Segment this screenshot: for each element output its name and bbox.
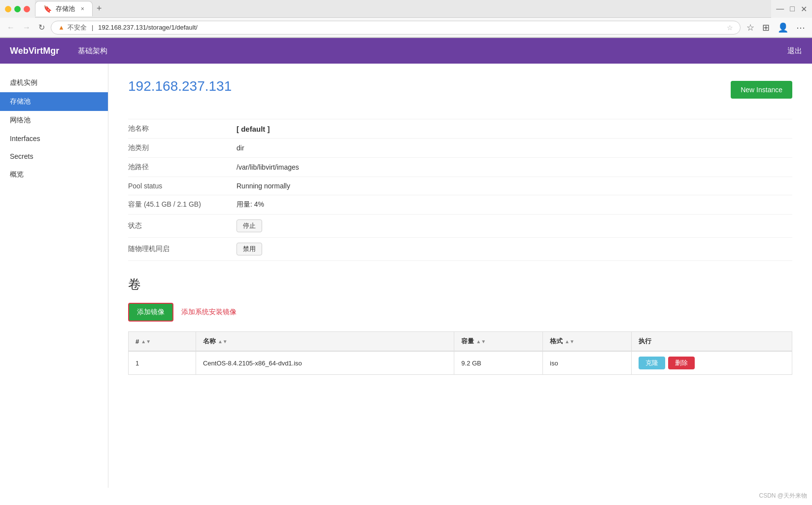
info-value-autostart: 禁用 [237,243,792,255]
info-row-pool-status: Pool status Running normally [128,177,792,195]
page-header: New Instance 192.168.237.131 [128,78,792,104]
sidebar-item-network-pool[interactable]: 网络池 [0,111,108,130]
tab-bar: 🔖 存储池 × + [35,0,771,18]
col-actions: 执行 [631,332,792,352]
info-row-capacity: 容量 (45.1 GB / 2.1 GB) 用量: 4% [128,195,792,215]
table-row: 1 CentOS-8.4.2105-x86_64-dvd1.iso 9.2 GB… [129,351,792,375]
cell-name: CentOS-8.4.2105-x86_64-dvd1.iso [196,351,454,375]
profile-icon[interactable]: 👤 [776,20,790,35]
stop-button[interactable]: 停止 [237,219,262,232]
nav-infrastructure[interactable]: 基础架构 [74,44,111,58]
tab-favicon: 🔖 [43,5,52,13]
info-label-pool-name: 池名称 [128,124,237,133]
cell-actions: 克隆 删除 [631,351,792,375]
info-value-pool-name: [ default ] [237,125,792,133]
maximize-button[interactable] [14,6,21,12]
cell-num: 1 [129,351,196,375]
sort-icon-num[interactable]: ▲▼ [141,339,151,344]
col-name: 名称 ▲▼ [196,332,454,352]
toolbar-icons: ☆ ⊞ 👤 ⋯ [744,20,807,35]
info-value-pool-type: dir [237,144,792,152]
close-button[interactable] [24,6,30,12]
sidebar-item-overview[interactable]: 概览 [0,165,108,184]
url-bar[interactable]: ▲ 不安全 | 192.168.237.131/storage/1/defaul… [51,21,741,35]
add-mirror-button[interactable]: 添加镜像 [128,303,173,322]
minimize-icon[interactable]: — [776,4,784,13]
bookmark-icon[interactable]: ☆ [727,24,733,32]
cell-size: 9.2 GB [454,351,543,375]
info-row-pool-type: 池类别 dir [128,139,792,158]
sidebar-item-vm-instances[interactable]: 虚机实例 [0,73,108,92]
sort-icon-name[interactable]: ▲▼ [218,339,228,344]
app-brand: WebVirtMgr [10,46,59,56]
info-row-autostart: 随物理机同启 禁用 [128,238,792,261]
address-bar: ← → ↻ ▲ 不安全 | 192.168.237.131/storage/1/… [0,18,812,37]
info-value-pool-status: Running normally [237,182,792,190]
active-tab[interactable]: 🔖 存储池 × [35,1,93,16]
info-row-pool-path: 池路径 /var/lib/libvirt/images [128,158,792,177]
sidebar: 虚机实例 存储池 网络池 Interfaces Secrets 概览 [0,64,108,488]
app-header: WebVirtMgr 基础架构 退出 [0,38,812,64]
favorites-icon[interactable]: ☆ [744,20,756,35]
info-label-pool-status: Pool status [128,182,237,190]
info-label-autostart: 随物理机同启 [128,245,237,253]
tab-close-button[interactable]: × [81,5,84,12]
info-row-pool-name: 池名称 [ default ] [128,119,792,139]
main-container: 虚机实例 存储池 网络池 Interfaces Secrets 概览 New I… [0,64,812,488]
restore-icon[interactable]: □ [790,4,795,13]
window-buttons-right[interactable]: — □ ✕ [776,4,807,14]
more-icon[interactable]: ⋯ [794,20,807,35]
action-buttons: 克隆 删除 [639,357,785,369]
minimize-button[interactable] [5,6,11,12]
info-value-capacity: 用量: 4% [237,200,792,209]
info-value-pool-path: /var/lib/libvirt/images [237,163,792,171]
sidebar-item-interfaces[interactable]: Interfaces [0,130,108,147]
volume-actions: 添加镜像 添加系统安装镜像 [128,303,792,322]
collections-icon[interactable]: ⊞ [760,20,772,35]
info-label-state: 状态 [128,221,237,230]
info-label-pool-type: 池类别 [128,144,237,152]
clone-button[interactable]: 克隆 [639,357,665,369]
url-separator: | [92,24,93,31]
browser-chrome: 🔖 存储池 × + — □ ✕ ← → ↻ ▲ 不安全 | 192.168.23… [0,0,812,38]
page-title: 192.168.237.131 [128,78,792,94]
new-instance-button[interactable]: New Instance [731,81,792,99]
volumes-heading: 卷 [128,276,792,293]
volumes-table: # ▲▼ 名称 ▲▼ 容量 ▲▼ [128,331,792,375]
refresh-button[interactable]: ↻ [36,21,47,34]
close-icon[interactable]: ✕ [801,4,807,14]
logout-button[interactable]: 退出 [787,46,802,55]
cell-format: iso [543,351,632,375]
url-text[interactable]: 192.168.237.131/storage/1/default/ [98,24,724,31]
col-num: # ▲▼ [129,332,196,352]
add-system-link[interactable]: 添加系统安装镜像 [181,308,237,317]
forward-button[interactable]: → [21,21,33,34]
col-size: 容量 ▲▼ [454,332,543,352]
info-row-state: 状态 停止 [128,215,792,238]
sort-icon-format[interactable]: ▲▼ [565,339,575,344]
info-label-capacity: 容量 (45.1 GB / 2.1 GB) [128,200,237,209]
title-bar: 🔖 存储池 × + — □ ✕ [0,0,812,18]
col-format: 格式 ▲▼ [543,332,632,352]
security-label: 不安全 [68,23,87,32]
delete-button[interactable]: 删除 [668,357,695,369]
content-area: New Instance 192.168.237.131 池名称 [ defau… [108,64,812,488]
info-label-pool-path: 池路径 [128,163,237,172]
disable-button[interactable]: 禁用 [237,243,262,255]
back-button[interactable]: ← [5,21,17,34]
info-table: 池名称 [ default ] 池类别 dir 池路径 /var/lib/lib… [128,119,792,261]
tab-title: 存储池 [56,4,75,13]
info-value-state: 停止 [237,219,792,232]
sidebar-item-storage-pool[interactable]: 存储池 [0,92,108,111]
sort-icon-size[interactable]: ▲▼ [476,339,486,344]
security-icon: ▲ [58,24,65,31]
sidebar-item-secrets[interactable]: Secrets [0,147,108,165]
header-right: 退出 [787,46,802,56]
window-controls[interactable] [5,6,30,12]
new-tab-button[interactable]: + [97,3,102,14]
table-header-row: # ▲▼ 名称 ▲▼ 容量 ▲▼ [129,332,792,352]
